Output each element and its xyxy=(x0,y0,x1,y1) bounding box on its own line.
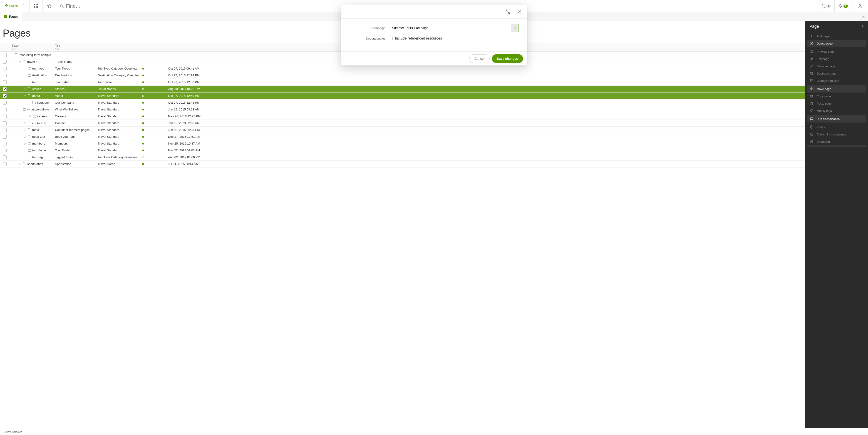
dialog-expand-button[interactable] xyxy=(504,8,512,16)
row-checkbox[interactable] xyxy=(3,149,7,152)
content-area: Pages Page Filter… Title Filter… xyxy=(0,21,868,435)
dialog-close-button[interactable] xyxy=(515,8,523,16)
action-run-classification[interactable]: Run classification xyxy=(807,115,866,122)
dialog-footer: Cancel Save changes xyxy=(341,51,527,65)
action-delete-page[interactable]: Delete page xyxy=(807,40,866,47)
row-checkbox-cell xyxy=(0,135,9,139)
row-expander[interactable] xyxy=(24,122,26,124)
row-checkbox[interactable] xyxy=(3,53,7,57)
row-checkbox[interactable] xyxy=(3,74,7,77)
table-row[interactable]: storiesStoriesList of storiesAug 10, 201… xyxy=(0,86,868,92)
svg-rect-37 xyxy=(810,79,813,82)
row-page-name: destination xyxy=(32,74,47,77)
svg-rect-11 xyxy=(37,6,38,7)
row-checkbox[interactable] xyxy=(3,155,7,159)
table-row[interactable]: destinationDestinationsDestination Categ… xyxy=(0,72,868,79)
app-close-button[interactable] xyxy=(862,12,865,21)
panel-header[interactable]: Page xyxy=(805,21,868,32)
row-checkbox[interactable] xyxy=(3,87,7,91)
table-row[interactable]: companyOur CompanyTravel StandardOct 27,… xyxy=(0,99,868,106)
row-checkbox-cell xyxy=(0,87,9,91)
table-row[interactable]: what-we-believeWhat We BelieveTravel Sta… xyxy=(0,106,868,113)
row-checkbox[interactable] xyxy=(3,81,7,84)
cancel-button[interactable]: Cancel xyxy=(469,54,490,63)
svg-point-15 xyxy=(60,4,63,7)
svg-rect-35 xyxy=(810,72,812,74)
row-expander[interactable] xyxy=(24,88,26,90)
logo[interactable]: magnolia ® xyxy=(0,0,30,12)
svg-rect-13 xyxy=(36,7,37,8)
col-page[interactable]: Page Filter… xyxy=(9,43,52,51)
table-row[interactable]: careersCareersTravel StandardMay 26, 201… xyxy=(0,113,868,120)
status-indicator xyxy=(142,102,144,104)
campaign-dropdown-trigger[interactable] xyxy=(511,24,518,32)
row-template-cell: Travel Standard xyxy=(95,115,140,118)
svg-point-33 xyxy=(810,51,813,53)
layout-icon xyxy=(810,79,813,82)
campaign-input[interactable] xyxy=(389,24,511,32)
row-page-name: marketing-form-sample xyxy=(20,53,51,57)
include-referenced-checkbox[interactable] xyxy=(389,37,393,40)
user-menu-button[interactable] xyxy=(851,0,868,12)
row-checkbox[interactable] xyxy=(3,67,7,70)
copy-icon xyxy=(810,94,813,98)
include-referenced-checkbox-row[interactable]: Include referenced resources xyxy=(389,36,521,40)
col-title[interactable]: Title Filter… xyxy=(52,43,95,51)
table-row[interactable]: tour-finderTour FinderTravel StandardMar… xyxy=(0,147,868,154)
row-expander[interactable] xyxy=(24,95,26,97)
table-row[interactable]: contact ⋲ContactTravel StandardJan 12, 2… xyxy=(0,120,868,126)
app-launcher-button[interactable] xyxy=(30,0,43,12)
table-row[interactable]: membersMembersTravel StandardNov 25, 201… xyxy=(0,140,868,147)
row-checkbox[interactable] xyxy=(3,115,7,118)
row-title-cell: About xyxy=(52,94,95,97)
row-checkbox[interactable] xyxy=(3,128,7,132)
campaign-select[interactable] xyxy=(389,24,519,32)
row-checkbox-cell xyxy=(0,81,9,84)
save-button[interactable]: Save changes xyxy=(492,54,523,63)
col-page-filter[interactable]: Filter… xyxy=(12,48,50,51)
row-checkbox[interactable] xyxy=(3,60,7,64)
table-row[interactable]: aboutAboutTravel StandardOct 27, 2015 12… xyxy=(0,92,868,99)
chevron-right-icon xyxy=(862,25,864,28)
row-checkbox[interactable] xyxy=(3,94,7,98)
row-checkbox[interactable] xyxy=(3,135,7,139)
row-expander[interactable] xyxy=(24,136,26,138)
row-checkbox[interactable] xyxy=(3,101,7,105)
status-indicator xyxy=(142,136,144,138)
action-label: Copy page xyxy=(817,94,831,98)
status-indicator xyxy=(142,143,144,145)
row-checkbox[interactable] xyxy=(3,162,7,166)
row-expander[interactable] xyxy=(29,115,31,117)
page-icon xyxy=(28,74,31,77)
search-icon xyxy=(60,4,64,8)
row-checkbox[interactable] xyxy=(3,121,7,125)
col-title-filter[interactable]: Filter… xyxy=(55,48,92,51)
table-row[interactable]: tour-tagTagged toursTourType Category Ov… xyxy=(0,154,868,161)
row-page-name: contact ⋲ xyxy=(32,121,46,125)
row-expander[interactable] xyxy=(24,143,26,145)
action-move-page[interactable]: Move page xyxy=(807,85,866,92)
row-expander[interactable] xyxy=(19,163,21,165)
row-template-cell: Travel Standard xyxy=(95,128,140,132)
tasks-button[interactable]: 0 xyxy=(817,0,834,12)
row-page-cell: tour-tag xyxy=(9,155,52,159)
table-body: marketing-form-sampletravel ⋲Travel Home… xyxy=(0,52,868,168)
action-label: Modify tags xyxy=(817,109,832,113)
table-row[interactable]: book-tourBook your tourTravel StandardDe… xyxy=(0,134,868,140)
row-expander[interactable] xyxy=(19,61,21,63)
table-row[interactable]: tour-typeTour TypesTourType Category Ove… xyxy=(0,65,868,72)
page-icon xyxy=(28,67,31,70)
page-icon xyxy=(28,136,31,138)
row-status-cell: Oct 27, 2015 12:48 PM xyxy=(140,101,206,104)
table-row[interactable]: sportstationSportstationTravel HomeJul 0… xyxy=(0,161,868,168)
table-row[interactable]: tourTour detailTour DetailOct 27, 2015 1… xyxy=(0,79,868,86)
unpub-icon xyxy=(810,140,813,143)
table-row[interactable]: metaContainer for meta pagesTravel Stand… xyxy=(0,126,868,134)
notifications-button[interactable]: 1 xyxy=(834,0,851,12)
row-checkbox[interactable] xyxy=(3,142,7,145)
favorites-button[interactable] xyxy=(43,0,56,12)
row-checkbox[interactable] xyxy=(3,108,7,111)
app-tab-pages[interactable]: Pages xyxy=(0,12,22,21)
row-expander[interactable] xyxy=(24,129,26,131)
status-indicator xyxy=(142,68,144,69)
